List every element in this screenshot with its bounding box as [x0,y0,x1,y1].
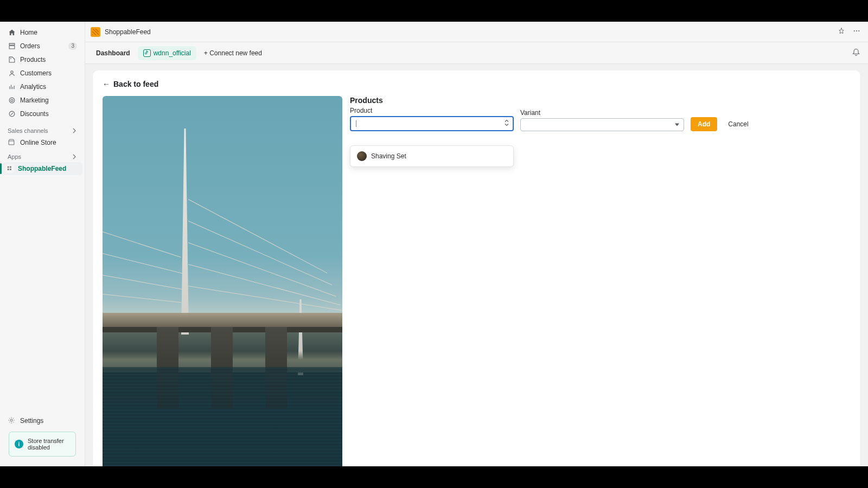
main: ShoppableFeed Dashboard wdnn_official + … [85,22,868,466]
nav-label: Analytics [20,83,46,91]
section-label: Sales channels [8,127,48,134]
dropdown-item[interactable]: Shaving Set [350,148,513,164]
nav-orders[interactable]: Orders 3 [4,40,80,53]
select-arrows-icon [504,119,509,129]
svg-point-0 [10,58,11,59]
feed-image [103,96,342,466]
discounts-icon [8,110,16,118]
arrow-left-icon: ← [103,80,110,88]
nav-products[interactable]: Products [4,53,80,66]
svg-point-12 [858,30,859,31]
app-title: ShoppableFeed [105,28,151,36]
store-transfer-info: i Store transfer disabled [9,432,76,457]
info-text: Store transfer disabled [28,438,70,451]
svg-point-1 [11,71,13,73]
svg-point-2 [9,98,15,103]
add-button[interactable]: Add [691,117,717,131]
nav-label: Customers [20,69,52,77]
analytics-icon [8,82,16,91]
variant-label: Variant [520,109,684,117]
nav-label: Products [20,56,46,63]
products-title: Products [350,96,851,105]
nav-marketing[interactable]: Marketing [4,94,80,107]
nav-label: Online Store [20,139,56,146]
notifications-button[interactable] [850,46,863,60]
products-form: Products Product [350,96,851,466]
tiktok-icon [143,49,151,57]
orders-badge: 3 [68,42,77,50]
app-header: ShoppableFeed [85,22,868,42]
cancel-button[interactable]: Cancel [724,117,752,131]
tab-label: + Connect new feed [204,49,262,57]
nav-online-store[interactable]: Online Store [4,136,80,149]
product-dropdown: Shaving Set [350,145,514,167]
tab-dashboard[interactable]: Dashboard [91,46,136,60]
primary-nav: Home Orders 3 Products Customers Analyti… [0,24,85,123]
tabs: Dashboard wdnn_official + Connect new fe… [85,42,868,64]
svg-rect-7 [8,169,9,170]
nav-label: ShoppableFeed [18,165,66,172]
customers-icon [8,69,16,78]
app-logo-icon [91,27,100,37]
section-label: Apps [8,153,21,160]
sidebar: Home Orders 3 Products Customers Analyti… [0,22,85,466]
svg-point-3 [11,99,13,101]
app-icon [5,164,14,173]
home-icon [8,28,16,37]
tab-connect-new[interactable]: + Connect new feed [199,46,267,60]
chevron-right-icon [72,154,77,159]
back-label: Back to feed [113,80,158,88]
nav-home[interactable]: Home [4,26,80,39]
nav-label: Marketing [20,97,49,104]
variant-select[interactable] [520,118,684,131]
nav-app-shoppablefeed[interactable]: ShoppableFeed [2,162,82,175]
products-icon [8,55,16,64]
card: ← Back to feed [93,70,860,466]
back-to-feed-button[interactable]: ← Back to feed [103,80,158,88]
svg-point-10 [854,30,855,31]
product-thumbnail [357,151,367,161]
svg-point-11 [856,30,857,31]
nav-label: Orders [20,42,40,50]
svg-rect-5 [8,166,9,168]
tab-label: wdnn_official [154,49,191,57]
nav-label: Discounts [20,110,49,118]
sales-channels-header[interactable]: Sales channels [0,123,85,136]
svg-rect-6 [10,166,11,168]
info-icon: i [15,440,23,448]
svg-rect-8 [10,169,11,170]
content: ← Back to feed [85,64,868,466]
product-label: Product [350,107,514,114]
nav-label: Home [20,29,37,36]
product-select[interactable]: Shaving Set [350,116,514,131]
nav-settings[interactable]: Settings [4,414,80,427]
gear-icon [8,416,16,425]
tab-label: Dashboard [96,49,130,57]
pin-button[interactable] [835,25,847,38]
store-icon [8,138,16,147]
more-button[interactable] [851,25,863,38]
marketing-icon [8,96,16,105]
apps-header[interactable]: Apps [0,149,85,162]
nav-label: Settings [20,417,43,425]
orders-icon [8,42,16,50]
chevron-right-icon [72,128,77,133]
nav-analytics[interactable]: Analytics [4,80,80,93]
nav-customers[interactable]: Customers [4,67,80,80]
dropdown-item-label: Shaving Set [371,152,406,160]
nav-discounts[interactable]: Discounts [4,107,80,120]
svg-point-9 [10,419,12,421]
tab-feed[interactable]: wdnn_official [138,46,196,60]
